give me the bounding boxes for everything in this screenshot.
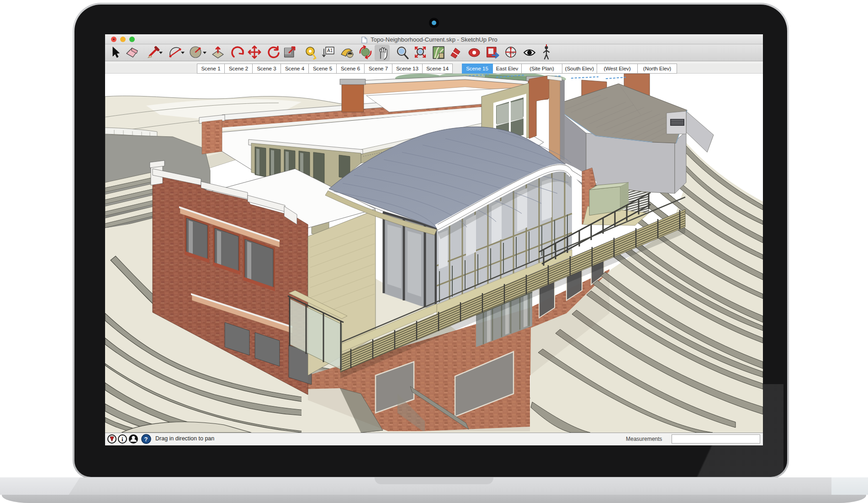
svg-text:A1: A1	[327, 48, 333, 53]
svg-text:2-6: 2-6	[509, 51, 514, 55]
svg-text:i: i	[122, 436, 123, 443]
svg-text:?: ?	[144, 436, 148, 443]
